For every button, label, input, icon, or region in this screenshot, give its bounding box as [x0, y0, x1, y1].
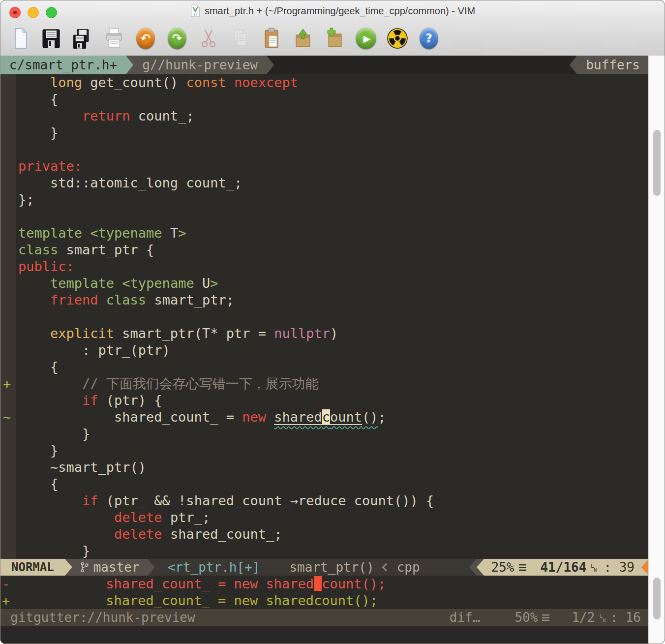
window-header: H smart_ptr.h + (~/Programming/geek_time… — [0, 0, 665, 56]
copy-button[interactable] — [227, 23, 253, 54]
hunk-preview-window[interactable]: - shared_count_ = new shared_count();+ s… — [0, 576, 649, 609]
save-button[interactable] — [38, 23, 64, 54]
tab-separator-icon — [267, 56, 274, 74]
lines-icon — [542, 613, 550, 622]
code-line: return count_; — [0, 108, 649, 124]
scroll-percent: 25% — [491, 560, 514, 575]
svg-text:N: N — [594, 567, 597, 572]
status-line: NORMAL master <rt_ptr.h[+] smart_ptr() c… — [0, 559, 649, 576]
code-line: ~smart_ptr() — [0, 459, 649, 476]
statusline-separator-icon — [65, 559, 72, 576]
preview-filetype: dif… — [450, 610, 481, 625]
column-position: : 39 — [604, 560, 635, 575]
code-line: std::atomic_long count_; — [0, 175, 649, 191]
preview-column-position: : 16 — [610, 610, 641, 625]
svg-text:H: H — [194, 12, 197, 17]
paste-button[interactable] — [258, 23, 285, 54]
tab-smart-ptr[interactable]: c/smart_ptr.h+ — [0, 56, 126, 74]
code-line: template <typename U> — [0, 275, 649, 292]
save-all-button[interactable] — [69, 23, 96, 54]
svg-text:N: N — [603, 617, 606, 622]
current-function-label: smart_ptr() — [289, 560, 374, 575]
lines-icon — [518, 563, 527, 572]
tab-separator-icon — [126, 56, 133, 74]
code-line: + shared_count_ = new sharedcount(); — [0, 592, 649, 609]
help-button[interactable]: ? — [416, 23, 442, 54]
redo-button[interactable]: ↷ — [164, 23, 190, 54]
document-proxy-icon[interactable]: H — [190, 4, 201, 17]
paste-icon — [262, 27, 281, 50]
macvim-window: H smart_ptr.h + (~/Programming/geek_time… — [0, 0, 665, 644]
code-line: } — [0, 426, 649, 442]
preview-status-right: dif… 50% 1/2 LN : 16 — [450, 610, 641, 625]
diff-lines: - shared_count_ = new shared_count();+ s… — [0, 576, 649, 609]
undo-icon: ↶ — [136, 28, 155, 49]
tab-label: buffers — [586, 58, 640, 72]
statusline-separator-icon — [477, 559, 484, 576]
statusline-separator-icon — [148, 559, 155, 576]
tab-separator-icon — [570, 56, 577, 74]
tab-hunk-preview[interactable]: g//hunk-preview — [133, 56, 267, 74]
radiation-icon — [387, 28, 408, 49]
question-icon: ? — [420, 28, 438, 49]
save-all-icon — [72, 27, 93, 50]
code-line: if (ptr) { — [0, 392, 649, 409]
load-session-button[interactable] — [290, 23, 316, 54]
filename-label: <rt_ptr.h[+] — [168, 560, 260, 575]
git-branch-section: master — [72, 559, 148, 576]
code-line: public: — [0, 258, 649, 275]
play-icon: ▶ — [356, 28, 376, 49]
statusline-separator-icon — [469, 559, 477, 576]
command-line: Unknown type name 'sharedcount'; did you… — [0, 626, 649, 644]
code-line: } — [0, 124, 649, 141]
line-number-icon: LN — [600, 613, 607, 623]
code-line: } — [0, 442, 649, 459]
save-session-button[interactable] — [321, 23, 348, 54]
toolbar: ↶ ↷ — [0, 21, 665, 56]
editor-area[interactable]: long get_count() const noexcept { return… — [0, 74, 649, 559]
gitgutter-sign: + — [3, 375, 11, 392]
code-line: if (ptr_ && !shared_count_→reduce_count(… — [0, 492, 649, 509]
code-line — [0, 141, 649, 158]
cut-icon — [199, 27, 218, 50]
gitgutter-sign: ~ — [3, 409, 11, 426]
scrollbar-track[interactable] — [648, 56, 665, 644]
new-file-icon — [10, 27, 30, 50]
print-button[interactable] — [101, 23, 127, 54]
title-bar[interactable]: H smart_ptr.h + (~/Programming/geek_time… — [0, 0, 665, 21]
code-line: - shared_count_ = new shared_count(); — [0, 576, 649, 592]
code-line: }; — [0, 191, 649, 208]
box-up-arrow-icon — [293, 27, 313, 50]
preview-scroll-percent: 50% — [514, 610, 538, 625]
cut-button[interactable] — [195, 23, 222, 54]
branch-name: master — [93, 560, 140, 575]
redo-icon: ↷ — [168, 28, 186, 49]
code-line — [0, 208, 649, 225]
code-line: { — [0, 359, 649, 375]
undo-button[interactable]: ↶ — [132, 23, 159, 54]
tab-label: c/smart_ptr.h+ — [9, 58, 117, 72]
line-number-icon: LN — [591, 562, 598, 573]
scrollbar-thumb-main[interactable] — [653, 130, 661, 196]
code-line — [0, 308, 649, 325]
tab-label: g//hunk-preview — [142, 58, 258, 72]
statusline-middle: <rt_ptr.h[+] smart_ptr() cpp — [155, 559, 470, 576]
buffers-label[interactable]: buffers — [577, 56, 649, 74]
mode-indicator: NORMAL — [0, 559, 65, 576]
code-line: + // 下面我们会存心写错一下，展示功能 — [0, 375, 649, 392]
code-line: { — [0, 476, 649, 492]
scrollbar-thumb-preview[interactable] — [653, 578, 661, 619]
run-script-button[interactable]: ▶ — [353, 23, 379, 54]
print-icon — [104, 27, 124, 50]
preview-status-line: gitgutter://hunk-preview dif… 50% 1/2 LN… — [0, 609, 649, 626]
line-position: 41/164 — [540, 560, 586, 575]
code-line: delete ptr_; — [0, 509, 649, 526]
chevron-left-icon — [382, 563, 390, 572]
code-line: class smart_ptr { — [0, 242, 649, 258]
build-button[interactable] — [384, 23, 411, 54]
tab-line: c/smart_ptr.h+ g//hunk-preview buffers — [0, 56, 649, 74]
code-line: } — [0, 543, 649, 559]
new-file-button[interactable] — [6, 23, 33, 54]
tabline-spacer — [274, 56, 570, 74]
copy-icon — [230, 27, 250, 50]
